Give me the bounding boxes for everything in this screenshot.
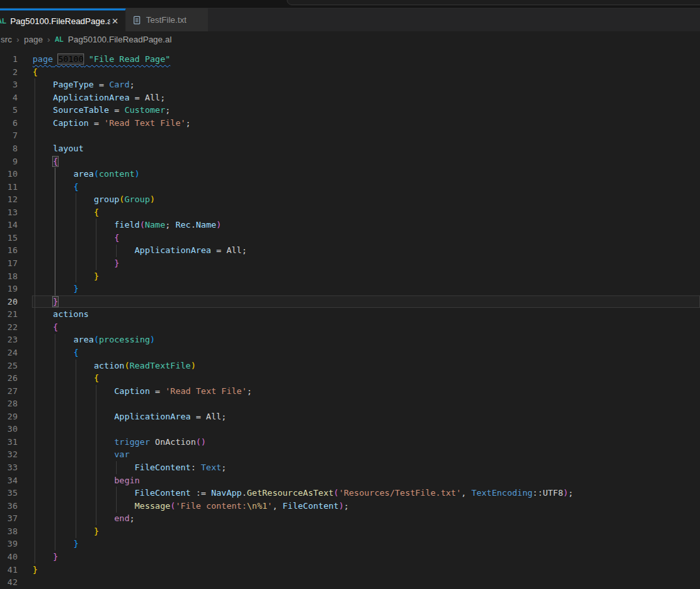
command-center-box[interactable] (287, 0, 700, 5)
line-number[interactable]: 12 (0, 193, 18, 206)
token: ( (119, 194, 124, 204)
tab-bar: AL Pag50100.FileReadPage.al ✕ TestFile.t… (0, 8, 700, 31)
code-line: 15 { (0, 232, 700, 245)
line-number[interactable]: 26 (0, 372, 18, 385)
token: } (74, 539, 79, 549)
token: Caption (114, 386, 150, 396)
breadcrumb-item-file[interactable]: Pag50100.FileReadPage.al (68, 35, 171, 44)
code-line: 1page 50100 "File Read Page" (0, 53, 700, 66)
line-number[interactable]: 4 (0, 91, 18, 104)
line-number[interactable]: 19 (0, 282, 18, 295)
token: page (33, 54, 53, 64)
tab-pag50100[interactable]: AL Pag50100.FileReadPage.al ✕ (0, 8, 126, 31)
line-number[interactable]: 9 (0, 155, 18, 168)
token: ; (343, 501, 349, 511)
token (33, 297, 53, 307)
token: ; (130, 80, 135, 89)
token (33, 169, 74, 179)
line-number[interactable]: 35 (0, 487, 18, 500)
line-number[interactable]: 1 (0, 53, 18, 66)
line-number[interactable]: 34 (0, 474, 18, 487)
token: ) (150, 194, 155, 204)
line-number[interactable]: 6 (0, 117, 18, 130)
token: = All; (211, 245, 247, 255)
token (33, 105, 53, 115)
line-number[interactable]: 22 (0, 321, 18, 334)
code-line: 20 } (0, 295, 700, 309)
line-number[interactable]: 23 (0, 333, 18, 346)
line-number[interactable]: 24 (0, 346, 18, 359)
code-editor[interactable]: 1page 50100 "File Read Page"2{3 PageType… (0, 48, 700, 589)
code-line: 35 FileContent := NavApp.GetResourceAsTe… (0, 487, 700, 500)
token: 'Read Text File' (104, 118, 186, 128)
line-number[interactable]: 8 (0, 142, 18, 155)
line-number[interactable]: 27 (0, 385, 18, 398)
line-number[interactable]: 17 (0, 257, 18, 270)
token (33, 513, 114, 523)
breadcrumb-item-page[interactable]: page (24, 35, 43, 44)
token: 'Read Text File' (166, 386, 247, 396)
token (33, 449, 114, 459)
line-number[interactable]: 21 (0, 308, 18, 321)
token: group (94, 194, 119, 204)
token (33, 93, 53, 102)
line-number[interactable]: 13 (0, 206, 18, 219)
code-line: 8 layout (0, 142, 700, 155)
line-number[interactable]: 14 (0, 219, 18, 232)
tab-testfile[interactable]: TestFile.txt (126, 8, 209, 31)
line-number[interactable]: 28 (0, 397, 18, 410)
line-number[interactable]: 25 (0, 359, 18, 372)
token: area (74, 335, 94, 344)
line-number[interactable]: 3 (0, 78, 18, 91)
tab-label: Pag50100.FileReadPage.al (10, 16, 110, 26)
line-number[interactable]: 11 (0, 181, 18, 194)
line-number[interactable]: 5 (0, 104, 18, 117)
token (83, 54, 89, 64)
token: field (114, 220, 139, 230)
code-line: 42 (0, 576, 700, 589)
al-language-icon: AL (0, 17, 7, 25)
token (33, 207, 94, 217)
line-number[interactable]: 29 (0, 410, 18, 423)
breadcrumb-item-src[interactable]: src (1, 35, 12, 44)
al-language-icon: AL (55, 36, 63, 43)
line-number[interactable]: 37 (0, 512, 18, 525)
close-icon[interactable]: ✕ (110, 16, 120, 26)
line-number[interactable]: 18 (0, 270, 18, 283)
token: ) (135, 169, 140, 179)
line-number[interactable]: 16 (0, 244, 18, 257)
line-number[interactable]: 31 (0, 436, 18, 449)
line-number[interactable]: 41 (0, 564, 18, 577)
token (33, 501, 135, 511)
token: { (33, 67, 38, 77)
line-number[interactable]: 2 (0, 66, 18, 79)
line-number[interactable]: 33 (0, 461, 18, 474)
token: } (33, 565, 38, 575)
token (33, 412, 114, 421)
token: ( (124, 361, 130, 370)
line-number[interactable]: 10 (0, 168, 18, 181)
line-number[interactable]: 30 (0, 423, 18, 436)
token: ApplicationArea (53, 93, 129, 102)
token: ReadTextFile (130, 361, 191, 370)
token (33, 361, 94, 370)
line-number[interactable]: 7 (0, 129, 18, 142)
line-number[interactable]: 40 (0, 551, 18, 564)
line-number[interactable]: 20 (0, 295, 18, 309)
line-number[interactable]: 42 (0, 576, 18, 589)
token: = (89, 118, 104, 128)
code-line: 25 action(ReadTextFile) (0, 359, 700, 372)
line-number[interactable]: 38 (0, 525, 18, 538)
line-number[interactable]: 36 (0, 500, 18, 513)
token: 'Resources/TestFile.txt' (339, 488, 461, 498)
code-line: 28 (0, 397, 700, 410)
token: OnAction (150, 437, 196, 447)
token: , (272, 501, 283, 511)
line-number[interactable]: 15 (0, 232, 18, 245)
token: NavApp (211, 488, 242, 498)
token (53, 54, 58, 64)
token: ; (166, 220, 176, 230)
token: Rec (175, 220, 190, 230)
line-number[interactable]: 39 (0, 537, 18, 551)
line-number[interactable]: 32 (0, 448, 18, 461)
